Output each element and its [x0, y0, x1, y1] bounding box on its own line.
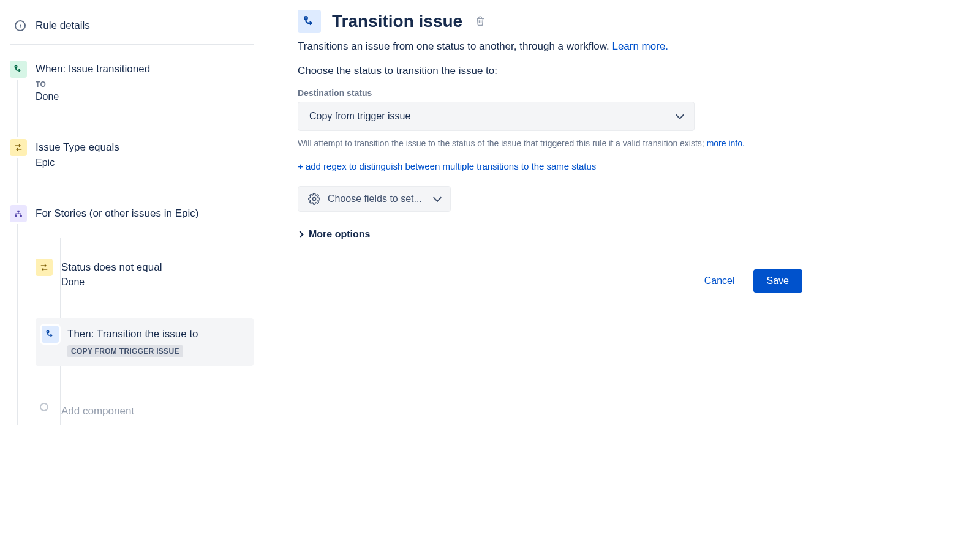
transition-icon	[298, 10, 321, 33]
trigger-step[interactable]: When: Issue transitioned TO Done	[10, 54, 254, 108]
action-buttons: Cancel Save	[298, 269, 802, 293]
step-title: When: Issue transitioned	[36, 62, 247, 77]
destination-status-value: Copy from trigger issue	[309, 111, 410, 122]
choose-fields-button[interactable]: Choose fields to set...	[298, 186, 451, 212]
more-options-toggle[interactable]: More options	[298, 229, 834, 240]
chevron-down-icon	[433, 193, 442, 202]
rule-details-label: Rule details	[36, 20, 90, 32]
svg-point-6	[313, 198, 316, 201]
cancel-button[interactable]: Cancel	[696, 269, 744, 293]
page-title: Transition issue	[332, 12, 462, 31]
choose-fields-label: Choose fields to set...	[328, 193, 422, 204]
gear-icon	[308, 193, 320, 205]
helper-text-content: Will attempt to transition the issue to …	[298, 138, 707, 148]
helper-text: Will attempt to transition the issue to …	[298, 137, 788, 150]
save-button[interactable]: Save	[753, 269, 802, 293]
branch-step[interactable]: For Stories (or other issues in Epic)	[10, 199, 254, 228]
svg-rect-1	[17, 210, 20, 212]
nested-condition-step[interactable]: Status does not equal Done	[36, 253, 254, 294]
more-options-label: More options	[309, 229, 370, 240]
step-sublabel: TO	[36, 80, 247, 89]
condition-step[interactable]: Issue Type equals Epic	[10, 133, 254, 174]
rule-sidebar: i Rule details When: Issue transitioned …	[0, 0, 263, 560]
action-step-selected[interactable]: Then: Transition the issue to COPY FROM …	[36, 318, 254, 366]
step-title: For Stories (or other issues in Epic)	[36, 206, 247, 221]
svg-rect-2	[15, 215, 17, 217]
learn-more-link[interactable]: Learn more.	[612, 40, 668, 52]
add-component-step[interactable]: Add component	[36, 397, 254, 425]
delete-button[interactable]	[475, 15, 486, 28]
chevron-down-icon	[676, 111, 684, 119]
condition-icon	[10, 139, 27, 156]
step-title: Issue Type equals	[36, 140, 247, 155]
branch-icon	[10, 205, 27, 222]
svg-point-4	[47, 331, 48, 333]
main-panel: Transition issue Transitions an issue fr…	[263, 0, 864, 560]
destination-status-select[interactable]: Copy from trigger issue	[298, 102, 695, 131]
rule-step-list: When: Issue transitioned TO Done Issue T…	[10, 54, 254, 425]
svg-rect-3	[20, 215, 22, 217]
more-info-link[interactable]: more info.	[707, 138, 745, 148]
step-title: Status does not equal	[61, 260, 247, 275]
svg-point-5	[304, 17, 307, 20]
info-icon: i	[15, 20, 26, 31]
svg-point-0	[15, 65, 17, 67]
transition-icon	[10, 61, 27, 78]
description-text: Transitions an issue from one status to …	[298, 40, 612, 52]
step-value: Epic	[36, 157, 247, 168]
destination-status-label: Destination status	[298, 88, 834, 98]
empty-step-icon	[40, 403, 48, 411]
transition-icon	[42, 326, 59, 343]
description: Transitions an issue from one status to …	[298, 40, 834, 53]
rule-details-header[interactable]: i Rule details	[10, 15, 254, 45]
condition-icon	[36, 259, 53, 276]
step-value: Done	[61, 277, 247, 288]
add-regex-link[interactable]: + add regex to distinguish between multi…	[298, 161, 834, 171]
step-chip: COPY FROM TRIGGER ISSUE	[67, 345, 183, 357]
add-component-label: Add component	[61, 404, 247, 419]
nested-steps: Status does not equal Done Then: Transit…	[53, 253, 254, 425]
step-title: Then: Transition the issue to	[67, 327, 247, 342]
step-value: Done	[36, 91, 247, 102]
chevron-right-icon	[296, 231, 303, 237]
prompt-text: Choose the status to transition the issu…	[298, 65, 834, 77]
